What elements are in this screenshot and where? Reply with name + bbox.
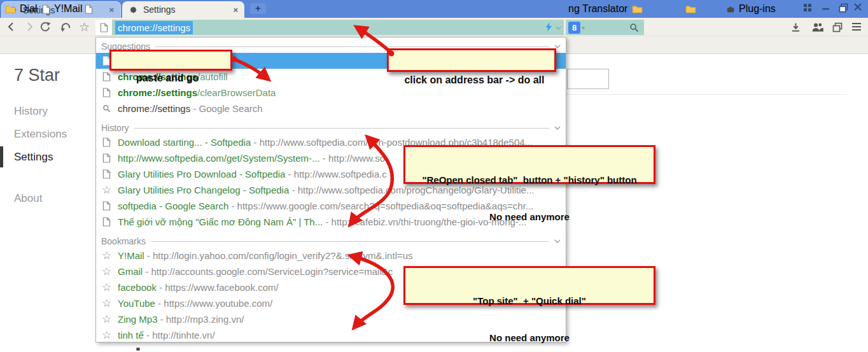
- star-icon: ☆: [101, 282, 112, 293]
- page-icon: [85, 4, 93, 14]
- annotation-text: click on address bar -> do all: [404, 74, 544, 85]
- gear-icon: [129, 5, 138, 15]
- bookmark-label: ng Translator: [568, 3, 627, 15]
- section-title: Bookmarks: [101, 236, 146, 246]
- sidebar-item-extensions[interactable]: Extensions: [14, 128, 67, 141]
- search-field[interactable]: 8 ▾: [566, 20, 644, 35]
- bookmark-url: - https://www.youtube.com/: [155, 298, 272, 309]
- divider: [151, 241, 549, 242]
- sidebar-item-about[interactable]: About: [14, 192, 42, 205]
- suggestion-rest: /autofill: [197, 71, 228, 82]
- bookmark-url: - http://tinhte.vn/: [144, 330, 215, 341]
- search-icon: [101, 104, 112, 113]
- annotation-paste-and-go: paste and go: [109, 50, 232, 71]
- bookmark-title: facebook: [118, 282, 157, 293]
- bookmark-url: - http://login.yahoo.com/config/login_ve…: [144, 250, 413, 261]
- bookmark-ymail[interactable]: Y!Mail: [42, 3, 82, 15]
- search-query: chrome://settings: [118, 103, 190, 114]
- chevron-down-icon[interactable]: [556, 26, 561, 30]
- lightning-bolt-icon[interactable]: [544, 22, 554, 32]
- windows-icon[interactable]: [832, 22, 843, 32]
- page-icon: [101, 88, 112, 97]
- page-icon: [101, 153, 112, 163]
- bookmark-url: - https://www.facebook.com/: [157, 282, 279, 293]
- page-icon: [101, 72, 112, 81]
- annotation-text: paste and go: [136, 73, 199, 83]
- bookmark-title: Y!Mail: [118, 250, 144, 261]
- page-icon: [42, 4, 50, 14]
- divider: [134, 128, 549, 129]
- star-icon: ☆: [101, 266, 112, 277]
- history-title: http://www.softpedia.com/get/System/Syst…: [118, 153, 320, 164]
- suggestion-row-search[interactable]: chrome://settings - Google Search: [96, 101, 566, 116]
- tab-settings-2-active[interactable]: Settings ×: [122, 1, 244, 18]
- chevron-down-icon[interactable]: [554, 126, 561, 130]
- bookmark-title: YouTube: [118, 298, 155, 309]
- google-icon[interactable]: 8: [568, 22, 580, 34]
- annotation-reopen-history: "ReOpen closed tab" button + "history" b…: [403, 145, 655, 184]
- star-icon: ☆: [101, 314, 112, 325]
- sidebar-item-history[interactable]: History: [14, 105, 48, 118]
- apps-grid-icon[interactable]: [803, 3, 812, 12]
- divider: [155, 46, 549, 47]
- reload-icon[interactable]: [39, 22, 51, 33]
- section-header-bookmarks: Bookmarks: [96, 235, 566, 248]
- page-divider: [567, 94, 847, 95]
- folder-icon: [5, 5, 16, 13]
- suggestion-rest: /clearBrowserData: [197, 87, 276, 98]
- star-icon: ☆: [101, 298, 112, 309]
- browser-brand: 7 Star: [14, 66, 60, 85]
- bookmark-translator[interactable]: ng Translator: [568, 3, 627, 15]
- search-engine: - Google Search: [190, 103, 262, 114]
- bookmark-row[interactable]: ☆ Y!Mail - http://login.yahoo.com/config…: [96, 248, 566, 264]
- menu-icon[interactable]: [851, 22, 862, 31]
- downloads-icon[interactable]: [791, 22, 801, 32]
- bookmark-label: Plug-ins: [739, 3, 776, 15]
- bookmark-plugins[interactable]: Plug-ins: [726, 3, 776, 15]
- clipped-page-text: [136, 348, 140, 351]
- suggestion-match: chrome://settings: [118, 87, 197, 98]
- close-window-icon[interactable]: [854, 3, 862, 11]
- annotation-topsite-quickdial: "Top site" + "Quick dial" No need anymor…: [403, 266, 655, 305]
- back-icon[interactable]: [6, 22, 17, 32]
- tab-close-icon[interactable]: ×: [233, 5, 238, 15]
- restore-window-icon[interactable]: [839, 3, 848, 13]
- tab-close-icon[interactable]: ×: [109, 5, 114, 15]
- settings-search-input[interactable]: [567, 69, 609, 89]
- bookmark-folder[interactable]: [632, 3, 643, 15]
- search-icon[interactable]: [629, 23, 639, 32]
- bookmark-star-icon[interactable]: ☆: [79, 20, 90, 34]
- history-url: - http://www.so: [320, 153, 386, 164]
- tab-label: Settings: [143, 4, 176, 15]
- page-icon: [101, 217, 112, 227]
- chevron-down-icon[interactable]: ▾: [582, 24, 585, 31]
- undo-icon[interactable]: [60, 22, 71, 33]
- address-url-selected[interactable]: chrome://settings: [115, 21, 193, 34]
- address-bar[interactable]: chrome://settings: [95, 20, 564, 35]
- profiles-icon[interactable]: [812, 22, 823, 32]
- star-icon: ☆: [101, 185, 112, 195]
- section-header-history: History: [96, 122, 566, 134]
- favicon-chip: [95, 20, 112, 35]
- puzzle-icon: [726, 4, 735, 13]
- page-icon: [100, 23, 108, 32]
- star-icon: ☆: [101, 330, 112, 341]
- bookmark-title: Gmail: [118, 266, 143, 277]
- history-title: Glary Utilities Pro Changelog - Softpedi…: [118, 185, 289, 195]
- annotation-line: "Top site" + "Quick dial": [405, 293, 654, 309]
- history-title: Download starting... - Softpedia: [118, 137, 251, 148]
- page-icon: [101, 137, 112, 147]
- minimize-icon[interactable]: [822, 3, 830, 11]
- page-icon: [101, 169, 112, 179]
- bookmark-clipped[interactable]: [85, 3, 93, 15]
- new-tab-button[interactable]: +: [250, 3, 266, 14]
- sidebar-item-settings[interactable]: Settings: [14, 151, 53, 164]
- folder-icon: [632, 5, 643, 13]
- bookmark-title: tinh tế: [118, 330, 144, 341]
- chevron-down-icon[interactable]: [554, 239, 561, 243]
- forward-icon[interactable]: [24, 22, 34, 32]
- active-nav-marker: [0, 146, 3, 167]
- bookmark-folder[interactable]: [685, 3, 696, 15]
- bookmark-folder-dial[interactable]: Dial: [5, 3, 38, 15]
- history-title: Glary Utilities Pro Download - Softpedia: [118, 169, 285, 180]
